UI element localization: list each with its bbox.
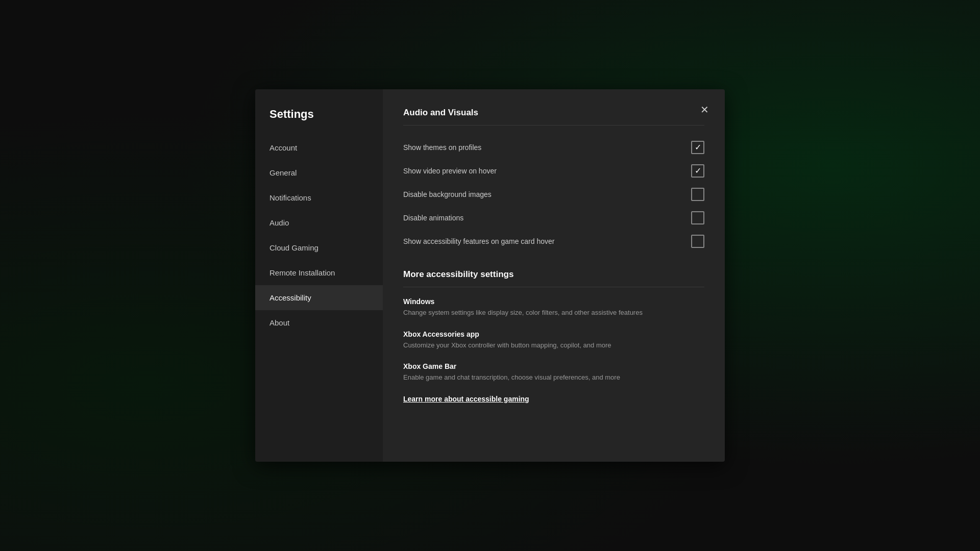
- checkbox-show-accessibility-features[interactable]: [691, 235, 704, 248]
- section-divider-2: [403, 287, 704, 287]
- setting-row-disable-background: Disable background images: [403, 183, 704, 206]
- sidebar-item-accessibility[interactable]: Accessibility: [255, 285, 383, 310]
- more-item-title-xbox-accessories: Xbox Accessories app: [403, 330, 704, 338]
- sidebar-item-general[interactable]: General: [255, 160, 383, 185]
- sidebar-title: Settings: [255, 108, 383, 135]
- learn-more-link[interactable]: Learn more about accessible gaming: [403, 395, 704, 403]
- setting-row-disable-animations: Disable animations: [403, 206, 704, 230]
- sidebar-nav: AccountGeneralNotificationsAudioCloud Ga…: [255, 135, 383, 335]
- setting-label-show-video-preview: Show video preview on hover: [403, 167, 497, 175]
- sidebar-item-audio[interactable]: Audio: [255, 210, 383, 235]
- close-button[interactable]: ✕: [695, 101, 714, 119]
- more-item-windows[interactable]: WindowsChange system settings like displ…: [403, 297, 704, 318]
- more-item-xbox-accessories[interactable]: Xbox Accessories appCustomize your Xbox …: [403, 330, 704, 350]
- more-item-title-windows: Windows: [403, 297, 704, 306]
- more-accessibility-title: More accessibility settings: [403, 269, 704, 280]
- more-item-title-xbox-game-bar: Xbox Game Bar: [403, 362, 704, 370]
- more-items-list: WindowsChange system settings like displ…: [403, 297, 704, 383]
- setting-row-show-video-preview: Show video preview on hover: [403, 159, 704, 183]
- more-item-desc-xbox-accessories: Customize your Xbox controller with butt…: [403, 340, 704, 350]
- more-accessibility-section: More accessibility settings WindowsChang…: [403, 269, 704, 403]
- section-divider-1: [403, 125, 704, 126]
- sidebar-item-notifications[interactable]: Notifications: [255, 185, 383, 210]
- settings-list: Show themes on profilesShow video previe…: [403, 136, 704, 253]
- setting-label-show-accessibility-features: Show accessibility features on game card…: [403, 237, 554, 245]
- audio-visuals-section-title: Audio and Visuals: [403, 108, 704, 118]
- sidebar-item-about[interactable]: About: [255, 310, 383, 335]
- main-panel: ✕ Audio and Visuals Show themes on profi…: [383, 89, 725, 462]
- settings-sidebar: Settings AccountGeneralNotificationsAudi…: [255, 89, 383, 462]
- checkbox-disable-background[interactable]: [691, 188, 704, 201]
- more-item-desc-windows: Change system settings like display size…: [403, 308, 704, 318]
- setting-label-show-themes: Show themes on profiles: [403, 143, 481, 152]
- setting-label-disable-animations: Disable animations: [403, 214, 463, 222]
- checkbox-disable-animations[interactable]: [691, 211, 704, 224]
- settings-dialog: Settings AccountGeneralNotificationsAudi…: [255, 89, 725, 462]
- sidebar-item-cloud-gaming[interactable]: Cloud Gaming: [255, 235, 383, 260]
- sidebar-item-remote-installation[interactable]: Remote Installation: [255, 260, 383, 285]
- checkbox-show-video-preview[interactable]: [691, 164, 704, 178]
- more-item-desc-xbox-game-bar: Enable game and chat transcription, choo…: [403, 372, 704, 383]
- sidebar-item-account[interactable]: Account: [255, 135, 383, 160]
- setting-row-show-themes: Show themes on profiles: [403, 136, 704, 159]
- checkbox-show-themes[interactable]: [691, 141, 704, 154]
- setting-row-show-accessibility-features: Show accessibility features on game card…: [403, 230, 704, 253]
- setting-label-disable-background: Disable background images: [403, 190, 492, 198]
- more-item-xbox-game-bar[interactable]: Xbox Game BarEnable game and chat transc…: [403, 362, 704, 383]
